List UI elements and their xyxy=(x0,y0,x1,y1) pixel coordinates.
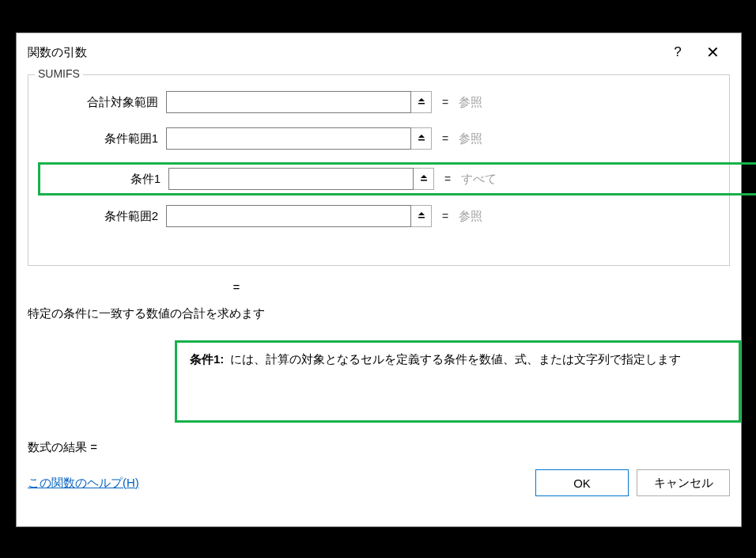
arg-desc-label: 条件1: xyxy=(190,352,224,367)
dialog-title: 関数の引数 xyxy=(28,45,660,60)
collapse-dialog-icon[interactable] xyxy=(411,205,432,227)
arg-hint: 参照 xyxy=(459,95,482,110)
arg-input-criteria1[interactable] xyxy=(168,168,414,190)
content-area: SUMIFS 合計対象範囲 = 参照 条件範囲1 = 参照 xyxy=(17,74,741,294)
equals-sign: = xyxy=(432,210,459,222)
formula-result-label: 数式の結果 = xyxy=(17,423,741,455)
arg-row-sum-range: 合計対象範囲 = 参照 xyxy=(41,89,716,115)
function-help-link[interactable]: この関数のヘルプ(H) xyxy=(28,476,139,491)
result-equals: = xyxy=(28,280,730,294)
arg-label: 条件範囲2 xyxy=(41,209,166,224)
ok-button[interactable]: OK xyxy=(535,469,629,496)
arg-label: 条件1 xyxy=(43,172,168,187)
arg-hint: 参照 xyxy=(459,209,482,224)
equals-sign: = xyxy=(434,173,461,185)
arg-input-criteria-range2[interactable] xyxy=(166,205,411,227)
arg-hint: すべて xyxy=(461,172,497,187)
svg-rect-0 xyxy=(418,103,425,104)
svg-rect-2 xyxy=(421,180,427,181)
svg-rect-1 xyxy=(418,139,425,141)
collapse-dialog-icon[interactable] xyxy=(411,127,432,150)
cancel-button[interactable]: キャンセル xyxy=(637,469,730,496)
arg-row-criteria1: 条件1 = すべて xyxy=(40,166,756,192)
highlighted-criteria1: 条件1 = すべて xyxy=(38,162,756,195)
arg-label: 合計対象範囲 xyxy=(41,95,166,110)
arg-desc-text: には、計算の対象となるセルを定義する条件を数値、式、または文字列で指定します xyxy=(230,352,681,367)
arg-row-criteria-range2: 条件範囲2 = 参照 xyxy=(41,203,716,229)
equals-sign: = xyxy=(432,132,459,145)
arg-input-criteria-range1[interactable] xyxy=(166,127,411,150)
arg-label: 条件範囲1 xyxy=(41,131,166,146)
collapse-dialog-icon[interactable] xyxy=(411,91,432,113)
arg-input-sum-range[interactable] xyxy=(166,91,411,113)
arg-row-criteria-range1: 条件範囲1 = 参照 xyxy=(41,126,716,151)
close-button[interactable]: ✕ xyxy=(695,38,730,66)
argument-description-box: 条件1: には、計算の対象となるセルを定義する条件を数値、式、または文字列で指定… xyxy=(175,340,741,423)
svg-rect-3 xyxy=(418,217,425,218)
collapse-dialog-icon[interactable] xyxy=(414,168,434,190)
arguments-group: SUMIFS 合計対象範囲 = 参照 条件範囲1 = 参照 xyxy=(28,74,730,266)
equals-sign: = xyxy=(432,96,459,108)
arg-hint: 参照 xyxy=(459,131,482,146)
function-name: SUMIFS xyxy=(35,67,83,80)
bottom-bar: この関数のヘルプ(H) OK キャンセル xyxy=(17,455,741,496)
function-arguments-dialog: 関数の引数 ? ✕ SUMIFS 合計対象範囲 = 参照 条件範囲1 xyxy=(16,32,742,527)
function-description: 特定の条件に一致する数値の合計を求めます xyxy=(17,302,741,321)
help-button[interactable]: ? xyxy=(660,38,695,66)
titlebar: 関数の引数 ? ✕ xyxy=(17,33,741,68)
